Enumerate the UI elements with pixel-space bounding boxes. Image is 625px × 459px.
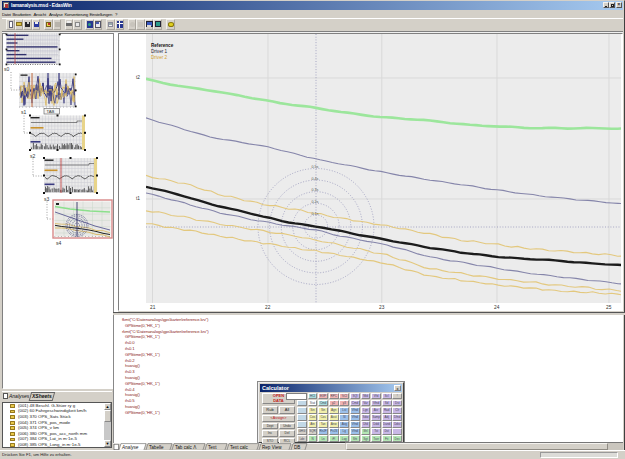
- svg-text:0.5s: 0.5s: [312, 165, 319, 169]
- svg-text:0.1s: 0.1s: [312, 212, 319, 216]
- svg-text:s0: s0: [4, 66, 10, 72]
- svg-text:s3: s3: [44, 196, 50, 202]
- svg-text:TAB: TAB: [47, 109, 55, 114]
- svg-text:s1: s1: [21, 109, 27, 115]
- svg-text:0.3s: 0.3s: [312, 188, 319, 192]
- svg-text:0.2s: 0.2s: [312, 200, 319, 204]
- svg-text:s2: s2: [30, 153, 36, 159]
- svg-text:s4: s4: [56, 240, 62, 246]
- svg-text:0.4s: 0.4s: [312, 177, 319, 181]
